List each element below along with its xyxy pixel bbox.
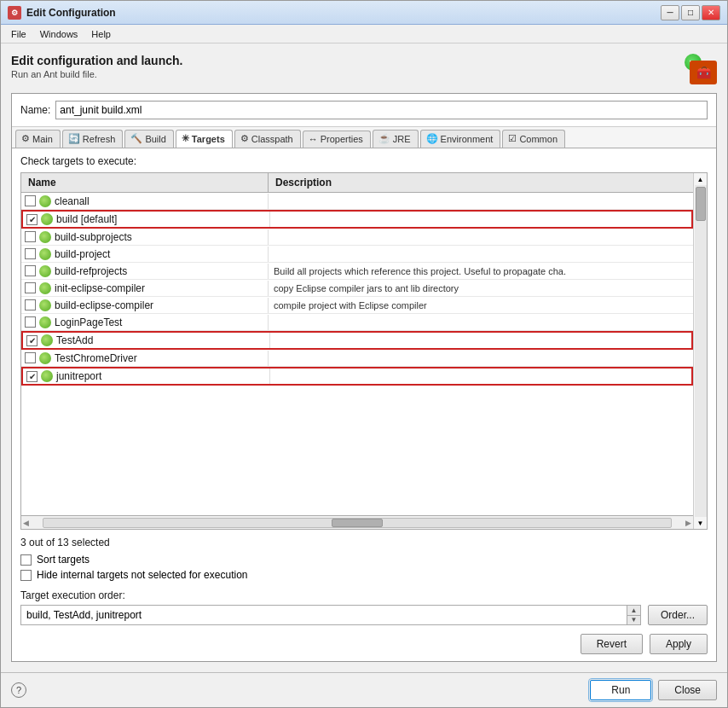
tab-refresh-label: Refresh — [83, 134, 116, 144]
tab-classpath[interactable]: ⚙ Classpath — [234, 130, 301, 148]
hide-internal-row: Hide internal targets not selected for e… — [20, 569, 708, 581]
table-row: build-eclipse-compiler compile project w… — [21, 297, 693, 314]
tab-main-label: Main — [32, 134, 53, 144]
sort-targets-checkbox[interactable] — [20, 554, 32, 566]
menu-windows[interactable]: Windows — [33, 27, 85, 41]
target-checkbox-build-refprojects[interactable] — [25, 265, 36, 276]
vertical-scrollbar[interactable]: ▲ ▼ — [693, 173, 707, 529]
target-icon — [39, 248, 51, 260]
target-icon — [39, 299, 51, 311]
target-checkbox-build-project[interactable] — [25, 248, 36, 259]
spin-down-button[interactable]: ▼ — [627, 616, 640, 625]
target-checkbox-init-eclipse-compiler[interactable] — [25, 282, 36, 293]
refresh-tab-icon: 🔄 — [68, 133, 80, 144]
scroll-down-arrow[interactable]: ▼ — [695, 517, 707, 529]
tabs-row: ⚙ Main 🔄 Refresh 🔨 Build ✳ Targets ⚙ — [12, 127, 716, 148]
tab-classpath-label: Classpath — [251, 134, 293, 144]
header-section: Edit configuration and launch. Run an An… — [11, 54, 717, 84]
hide-internal-label: Hide internal targets not selected for e… — [37, 569, 247, 581]
table-body: cleanall ✔ build [default] — [21, 193, 693, 515]
page-subtitle: Run an Ant build file. — [11, 69, 182, 79]
target-icon — [41, 370, 53, 382]
tab-properties-label: Properties — [321, 134, 363, 144]
target-icon — [39, 316, 51, 328]
name-row: Name: — [12, 94, 716, 127]
tab-jre[interactable]: ☕ JRE — [373, 130, 419, 148]
menu-help[interactable]: Help — [84, 27, 118, 41]
apply-button[interactable]: Apply — [650, 634, 708, 654]
target-icon — [39, 352, 51, 364]
table-row: ✔ build [default] — [21, 210, 693, 229]
revert-button[interactable]: Revert — [581, 634, 643, 654]
close-window-button[interactable]: ✕ — [702, 5, 720, 20]
main-tab-icon: ⚙ — [21, 133, 30, 144]
execution-order-input-wrapper: ▲ ▼ — [20, 605, 641, 625]
tab-refresh[interactable]: 🔄 Refresh — [62, 130, 124, 148]
hide-internal-checkbox[interactable] — [20, 570, 32, 581]
execution-order-input[interactable] — [21, 606, 627, 624]
bottom-options: 3 out of 13 selected Sort targets Hide i… — [20, 537, 708, 584]
target-name-build-default: build [default] — [56, 213, 117, 225]
target-checkbox-cleanall[interactable] — [25, 195, 36, 206]
tab-environment[interactable]: 🌐 Environment — [420, 130, 501, 148]
table-row: TestChromeDriver — [21, 350, 693, 367]
target-checkbox-testchromedriver[interactable] — [25, 352, 36, 363]
table-header: Name Description — [21, 173, 693, 193]
spin-up-button[interactable]: ▲ — [627, 606, 640, 616]
maximize-button[interactable]: □ — [681, 5, 700, 20]
tab-build[interactable]: 🔨 Build — [124, 130, 173, 148]
spin-buttons: ▲ ▼ — [627, 606, 640, 624]
header-icons: ▶ 🧰 — [683, 54, 717, 84]
tab-properties[interactable]: ↔ Properties — [303, 131, 371, 148]
target-checkbox-loginpagetest[interactable] — [25, 316, 36, 328]
close-button[interactable]: Close — [658, 680, 717, 700]
tab-targets[interactable]: ✳ Targets — [176, 130, 233, 148]
target-desc-testadd — [270, 339, 691, 342]
page-title: Edit configuration and launch. — [11, 54, 182, 67]
name-input[interactable] — [55, 101, 708, 119]
target-name-testadd: TestAdd — [56, 334, 93, 346]
target-name-build-refprojects: build-refprojects — [55, 265, 127, 277]
target-name-cell: init-eclipse-compiler — [21, 281, 269, 296]
target-desc-build-default — [270, 218, 691, 221]
classpath-tab-icon: ⚙ — [240, 133, 249, 144]
table-row: ✔ TestAdd — [21, 331, 693, 350]
target-checkbox-build-eclipse-compiler[interactable] — [25, 299, 36, 310]
table-row: LoginPageTest — [21, 314, 693, 331]
h-scrollbar-track — [43, 518, 672, 528]
target-name-cell: build-subprojects — [21, 229, 269, 245]
table-row: ✔ junitreport — [21, 367, 693, 386]
menu-file[interactable]: File — [4, 27, 33, 41]
order-button[interactable]: Order... — [648, 605, 708, 625]
jre-tab-icon: ☕ — [378, 133, 390, 144]
target-checkbox-testadd[interactable]: ✔ — [26, 335, 38, 346]
help-button[interactable]: ? — [11, 682, 26, 698]
horizontal-scrollbar[interactable]: ◀ ▶ — [21, 515, 693, 529]
execution-order-label: Target execution order: — [20, 589, 708, 601]
h-scrollbar-thumb — [332, 519, 383, 527]
tab-environment-label: Environment — [441, 134, 494, 144]
target-icon — [39, 282, 51, 294]
menu-bar: File Windows Help — [1, 25, 727, 44]
target-checkbox-build-default[interactable]: ✔ — [26, 214, 38, 225]
minimize-button[interactable]: ─ — [661, 5, 679, 20]
target-desc-junitreport — [270, 374, 691, 378]
status-text: 3 out of 13 selected — [20, 537, 708, 548]
tab-common[interactable]: ☑ Common — [502, 130, 565, 148]
sort-targets-row: Sort targets — [20, 554, 708, 566]
targets-tab-icon: ✳ — [182, 133, 189, 144]
targets-table: Name Description cleanal — [20, 172, 708, 530]
target-desc-testchromedriver — [269, 357, 693, 360]
footer-right: Run Close — [590, 680, 717, 700]
tab-main[interactable]: ⚙ Main — [15, 130, 61, 148]
target-desc-build-eclipse-compiler: compile project with Eclipse compiler — [269, 299, 693, 312]
window-controls: ─ □ ✕ — [661, 5, 720, 20]
run-button[interactable]: Run — [590, 680, 651, 700]
window: ⚙ Edit Configuration ─ □ ✕ File Windows … — [0, 0, 728, 708]
target-name-cell: build-project — [21, 247, 269, 262]
target-checkbox-build-subprojects[interactable] — [25, 231, 36, 242]
target-checkbox-junitreport[interactable]: ✔ — [26, 371, 38, 382]
scroll-up-arrow[interactable]: ▲ — [695, 173, 707, 185]
target-name-loginpagetest: LoginPageTest — [55, 316, 122, 328]
target-name-cell: build-refprojects — [21, 264, 269, 279]
